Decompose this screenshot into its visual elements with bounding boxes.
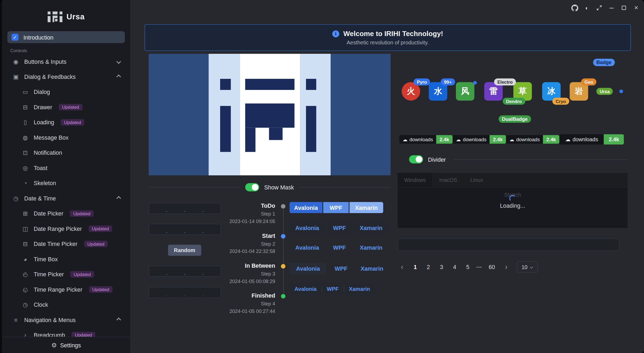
ipv4-input[interactable]: ... bbox=[149, 266, 221, 277]
show-mask-toggle[interactable] bbox=[245, 183, 259, 192]
updated-badge: Updated bbox=[84, 241, 108, 247]
page-2[interactable]: 2 bbox=[424, 262, 433, 272]
badge-dot bbox=[619, 90, 623, 93]
next-page-icon[interactable]: › bbox=[502, 262, 511, 272]
notification-icon: ⊡ bbox=[22, 149, 29, 156]
sidebar-item-skeleton[interactable]: ◔ Skeleton bbox=[2, 175, 130, 190]
step-start: StartStep 22024-01-04 22:32:58 bbox=[222, 232, 275, 254]
sidebar-item-date-picker[interactable]: ⊞ Date Picker Updated bbox=[2, 206, 130, 221]
wpf-button[interactable]: WPF bbox=[327, 242, 351, 253]
text-input[interactable] bbox=[397, 239, 619, 251]
introduction-icon: ✓ bbox=[12, 34, 19, 41]
github-icon[interactable] bbox=[570, 3, 580, 12]
sidebar-item-dialog-feedbacks[interactable]: ▣ Dialog & Feedbacks bbox=[2, 69, 130, 84]
pages-ellipsis[interactable]: ••• bbox=[476, 265, 482, 269]
element-anemo: 风 bbox=[456, 82, 474, 101]
wpf-segment[interactable]: WPF bbox=[323, 202, 349, 213]
prev-page-icon[interactable]: ‹ bbox=[397, 262, 407, 272]
date-range-picker-icon: ◫ bbox=[22, 225, 29, 232]
wpf-button[interactable]: WPF bbox=[322, 284, 344, 294]
sidebar-item-introduction[interactable]: ✓ Introduction bbox=[7, 31, 125, 43]
sidebar-item-date-time[interactable]: ◷ Date & Time bbox=[2, 190, 130, 206]
settings-button[interactable]: ⚙ Settings bbox=[2, 337, 130, 353]
sidebar-item-clock[interactable]: ◷ Clock bbox=[2, 297, 130, 312]
welcome-banner: i Welcome to IRIHI Technology! Aesthetic… bbox=[145, 24, 631, 51]
sidebar-item-date-range-picker[interactable]: ◫ Date Range Picker Updated bbox=[2, 221, 130, 236]
sidebar-item-toast[interactable]: ◎ Toast bbox=[2, 160, 130, 175]
maximize-icon[interactable] bbox=[619, 3, 629, 12]
show-mask-row: Show Mask bbox=[149, 183, 390, 192]
updated-badge: Updated bbox=[70, 210, 94, 217]
date-time-icon: ◷ bbox=[12, 195, 19, 201]
platform-selected-group: Avalonia WPF Xamarin bbox=[290, 263, 388, 274]
page-size-select[interactable]: 10 bbox=[516, 261, 538, 273]
date-picker-icon: ⊞ bbox=[22, 210, 29, 217]
minimize-icon[interactable] bbox=[607, 3, 617, 12]
sidebar-item-message-box[interactable]: ◍ Message Box bbox=[2, 130, 130, 145]
titlebar-controls: ◐ × bbox=[570, 3, 641, 12]
dialog-icon: ▭ bbox=[22, 89, 29, 95]
avalonia-button[interactable]: Avalonia bbox=[290, 222, 325, 233]
sidebar-item-dialog[interactable]: ▭ Dialog bbox=[2, 84, 130, 99]
downloads-badge: ☁downloads 2.4k bbox=[399, 135, 452, 144]
clock-icon: ◷ bbox=[22, 301, 29, 308]
sidebar-item-loading[interactable]: ▯ Loading Updated bbox=[2, 115, 130, 130]
sidebar-item-time-box[interactable]: ◕ Time Box bbox=[2, 251, 130, 266]
timeline-line bbox=[283, 207, 284, 296]
badge-cryo: Cryo bbox=[552, 98, 569, 105]
loading-icon: ▯ bbox=[22, 119, 29, 125]
xamarin-button[interactable]: Xamarin bbox=[354, 242, 388, 253]
sidebar-item-time-range-picker[interactable]: ◵ Time Range Picker Updated bbox=[2, 282, 130, 297]
loading-panel: Windows macOS Linux Stretch Loading... bbox=[397, 173, 628, 228]
page-60[interactable]: 60 bbox=[486, 262, 498, 272]
avalonia-button[interactable]: Avalonia bbox=[290, 263, 326, 274]
time-box-icon: ◕ bbox=[22, 256, 29, 262]
divider-line bbox=[299, 187, 391, 188]
banner-title: Welcome to IRIHI Technology! bbox=[343, 30, 443, 38]
navigation-menus-icon: ≡ bbox=[12, 316, 19, 323]
updated-badge: Updated bbox=[61, 119, 85, 125]
sidebar-item-buttons-inputs[interactable]: ◉ Buttons & Inputs bbox=[2, 54, 130, 69]
page-5[interactable]: 5 bbox=[463, 262, 472, 272]
updated-badge: Updated bbox=[89, 286, 112, 292]
badge-electro: Electro bbox=[494, 78, 516, 85]
ipv4-input[interactable]: ... bbox=[149, 203, 221, 214]
app-window: Ursa ✓ Introduction Controls ◉ Buttons &… bbox=[0, 0, 644, 353]
platform-button-group: Avalonia WPF Xamarin bbox=[290, 222, 388, 233]
step-finished: FinishedStep 42024-01-05 00:27:44 bbox=[222, 292, 275, 314]
window-edge bbox=[0, 0, 2, 353]
step-dot-start bbox=[281, 234, 286, 239]
xamarin-button[interactable]: Xamarin bbox=[354, 222, 388, 233]
ipv4-input[interactable]: ... bbox=[149, 224, 221, 235]
divider-toggle[interactable] bbox=[409, 155, 423, 164]
sidebar-item-time-picker[interactable]: ◴ Time Picker Updated bbox=[2, 266, 130, 281]
sidebar-item-date-time-picker[interactable]: ⊟ Date Time Picker Updated bbox=[2, 236, 130, 251]
close-icon[interactable]: × bbox=[631, 3, 641, 12]
page-1[interactable]: 1 bbox=[411, 262, 420, 272]
avalonia-button[interactable]: Avalonia bbox=[290, 242, 325, 253]
page-4[interactable]: 4 bbox=[450, 262, 459, 272]
random-button[interactable]: Random bbox=[168, 245, 201, 256]
cloud-icon: ☁ bbox=[565, 136, 571, 143]
xamarin-button[interactable]: Xamarin bbox=[356, 263, 388, 274]
sidebar-item-navigation-menus[interactable]: ≡ Navigation & Menus bbox=[2, 312, 130, 327]
avalonia-segment[interactable]: Avalonia bbox=[290, 202, 322, 213]
wpf-button[interactable]: WPF bbox=[330, 263, 352, 274]
xamarin-button[interactable]: Xamarin bbox=[344, 284, 375, 294]
step-dot-in-between bbox=[281, 264, 286, 269]
wpf-button[interactable]: WPF bbox=[327, 222, 351, 233]
ipv4-input-disabled: ... bbox=[149, 287, 221, 298]
xamarin-segment[interactable]: Xamarin bbox=[350, 202, 383, 213]
fullscreen-icon[interactable] bbox=[594, 3, 604, 12]
page-3[interactable]: 3 bbox=[437, 262, 446, 272]
cloud-icon: ☁ bbox=[456, 136, 461, 142]
theme-toggle-icon[interactable]: ◐ bbox=[582, 3, 592, 12]
sidebar-item-drawer[interactable]: ⊟ Drawer Updated bbox=[2, 99, 130, 114]
avalonia-button[interactable]: Avalonia bbox=[290, 284, 322, 294]
dual-badge-label: DualBadge bbox=[499, 115, 531, 123]
platform-text-group: Avalonia WPF Xamarin bbox=[290, 242, 388, 253]
loading-text: Loading... bbox=[397, 202, 628, 209]
sidebar-item-notification[interactable]: ⊡ Notification bbox=[2, 145, 130, 160]
badge-dot bbox=[473, 81, 477, 85]
date-time-picker-icon: ⊟ bbox=[22, 241, 29, 247]
